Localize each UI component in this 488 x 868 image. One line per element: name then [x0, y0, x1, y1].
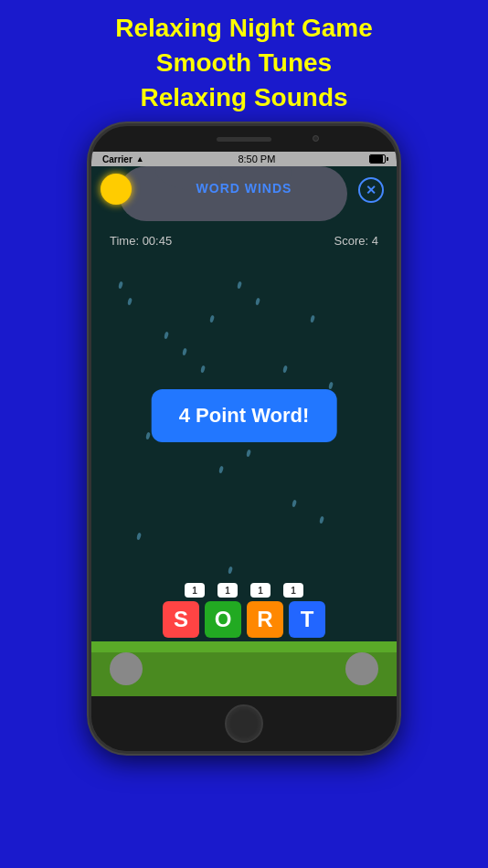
status-bar: Carrier ▲ 8:50 PM — [91, 152, 397, 166]
rain-drop — [182, 348, 187, 356]
bush-left — [110, 652, 143, 685]
bush-right — [345, 652, 378, 685]
app-header: Relaxing Night Game Smooth Tunes Relaxin… — [115, 11, 373, 114]
rain-drop — [136, 533, 142, 541]
battery-area — [369, 154, 386, 164]
letter-score-badge: 1 — [283, 583, 303, 598]
game-title: WORD WINDS — [196, 181, 292, 196]
phone-top-bar — [91, 126, 397, 152]
letter-score-badge: 1 — [185, 583, 205, 598]
rain-drop — [127, 298, 133, 306]
header-line1: Relaxing Night Game — [115, 11, 373, 46]
battery-icon — [369, 154, 386, 164]
score-label: Score: — [334, 234, 372, 248]
letters-section: 1111 SORT — [91, 583, 397, 641]
header-line2: Smooth Tunes — [115, 46, 373, 80]
grass-top — [91, 641, 397, 652]
home-button[interactable] — [225, 704, 263, 743]
rain-drop — [292, 499, 297, 507]
rain-drop — [228, 566, 233, 575]
time-value: 00:45 — [143, 234, 173, 248]
stats-row: Time: 00:45 Score: 4 — [91, 234, 397, 248]
time-stat: Time: 00:45 — [110, 234, 172, 248]
speaker — [217, 137, 271, 142]
rain-drop — [237, 281, 242, 290]
letter-tile-o[interactable]: O — [205, 601, 241, 638]
volume-up-button — [89, 217, 90, 243]
rain-drop — [310, 314, 315, 323]
rain-drop — [282, 365, 288, 373]
letter-score-badge: 1 — [250, 583, 271, 598]
letter-tile-t[interactable]: T — [289, 601, 325, 638]
rain-drop — [319, 516, 324, 524]
letter-score-badge: 1 — [217, 583, 238, 598]
carrier-info: Carrier ▲ — [102, 154, 144, 164]
carrier-label: Carrier — [102, 154, 133, 164]
letter-tile-r[interactable]: R — [247, 601, 283, 638]
rain-drop — [218, 466, 224, 474]
rain-drop — [328, 382, 334, 390]
rain-drop — [255, 298, 260, 306]
header-line3: Relaxing Sounds — [115, 80, 373, 115]
phone-mockup: Carrier ▲ 8:50 PM WORD WINDS ✕ Time: 00:… — [89, 123, 399, 754]
rain-drop — [118, 281, 123, 290]
phone-bottom — [91, 696, 397, 751]
rain-drop — [145, 432, 151, 440]
rain-drop — [209, 314, 215, 323]
game-header: WORD WINDS ✕ — [91, 166, 397, 230]
mute-button — [89, 300, 90, 336]
close-button[interactable]: ✕ — [358, 177, 384, 203]
time-label: Time: — [110, 234, 143, 248]
rain-area: 4 Point Word! — [91, 248, 397, 583]
volume-down-button — [89, 254, 90, 291]
score-stat: Score: 4 — [334, 234, 378, 248]
letter-tiles[interactable]: SORT — [163, 601, 325, 638]
score-value: 4 — [372, 234, 378, 248]
word-banner: 4 Point Word! — [152, 389, 337, 442]
grass-area — [91, 641, 397, 696]
power-button — [398, 263, 399, 313]
battery-fill — [370, 155, 383, 163]
wifi-icon: ▲ — [136, 154, 144, 164]
camera — [313, 135, 319, 142]
time-display: 8:50 PM — [238, 153, 275, 164]
rain-drop — [200, 365, 206, 373]
game-screen: WORD WINDS ✕ Time: 00:45 Score: 4 4 Poin… — [91, 166, 397, 696]
rain-drop — [164, 332, 169, 340]
letter-tile-s[interactable]: S — [163, 601, 199, 638]
letter-scores: 1111 — [185, 583, 303, 598]
rain-drop — [246, 449, 251, 457]
